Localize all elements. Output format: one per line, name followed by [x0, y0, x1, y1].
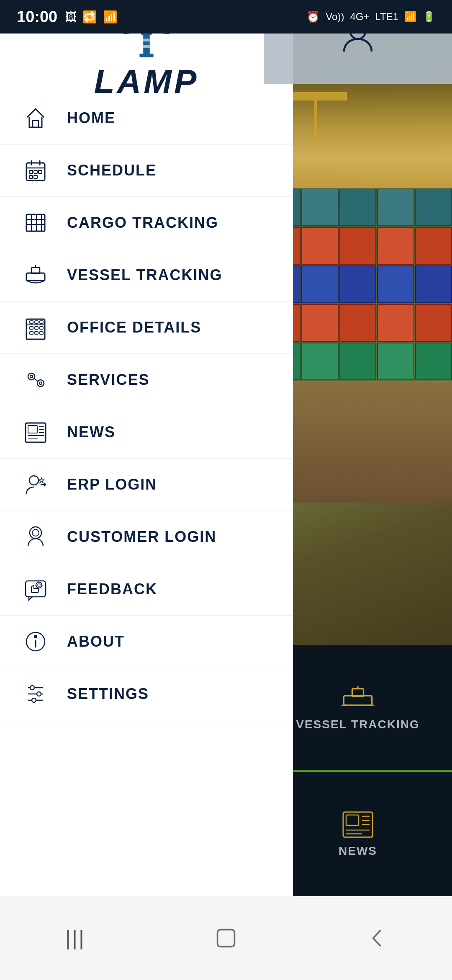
settings-icon	[21, 679, 50, 709]
sidebar-item-erp-login[interactable]: ERP LOGIN	[0, 459, 293, 511]
wifi-icon: 📶	[103, 10, 118, 24]
svg-rect-33	[34, 175, 37, 178]
cargo-tracking-label: CARGO TRACKING	[67, 214, 218, 232]
vessel-tracking-label: VESSEL TRACKING	[296, 718, 420, 731]
sidebar-item-customer-login[interactable]: CUSTOMER LOGIN	[0, 511, 293, 563]
svg-rect-60	[28, 426, 37, 433]
lte-text: LTE1	[375, 11, 398, 23]
status-bar-left: 10:00 🖼 🔁 📶	[17, 8, 118, 26]
sidebar-item-feedback[interactable]: FEEDBACK	[0, 563, 293, 616]
navigation-drawer: LAMP HOME	[0, 0, 293, 980]
svg-rect-6	[346, 815, 359, 825]
status-bar-right: ⏰ Vo)) 4G+ LTE1 📶 🔋	[306, 10, 435, 23]
home-label: HOME	[67, 109, 116, 127]
network-text: 4G+	[350, 11, 369, 23]
customer-login-label: CUSTOMER LOGIN	[67, 528, 216, 546]
feedback-icon	[21, 575, 50, 604]
home-nav-icon	[213, 926, 239, 951]
back-icon	[364, 926, 389, 951]
about-icon	[21, 627, 50, 656]
svg-rect-52	[35, 332, 38, 334]
svg-rect-46	[35, 321, 38, 323]
news-icon	[21, 418, 50, 447]
sidebar-item-settings[interactable]: SETTINGS	[0, 668, 293, 720]
battery-icon: 🔋	[423, 11, 435, 23]
nav-menu-button[interactable]: |||	[50, 921, 100, 955]
svg-point-79	[34, 635, 37, 638]
svg-rect-31	[39, 170, 42, 173]
home-icon	[21, 103, 50, 133]
svg-rect-21	[143, 45, 150, 48]
services-label: SERVICES	[67, 371, 149, 389]
svg-rect-45	[30, 321, 33, 323]
svg-point-68	[32, 529, 39, 536]
menu-icon: |||	[65, 926, 85, 950]
svg-rect-51	[30, 332, 33, 334]
svg-rect-20	[143, 39, 150, 41]
news-label: NEWS	[339, 844, 377, 858]
sidebar-item-home[interactable]: HOME	[0, 92, 293, 144]
svg-point-55	[30, 375, 33, 378]
news-card-icon	[339, 810, 377, 839]
nav-list: HOME SCHEDULE	[0, 92, 293, 980]
svg-rect-32	[29, 175, 33, 178]
customer-icon	[21, 522, 50, 552]
sync-icon: 🔁	[82, 10, 97, 24]
svg-rect-24	[33, 121, 39, 127]
erp-icon	[21, 470, 50, 499]
vessel-tracking-label: VESSEL TRACKING	[67, 266, 222, 284]
services-icon	[21, 365, 50, 395]
svg-rect-49	[35, 327, 38, 329]
gallery-icon: 🖼	[65, 10, 77, 24]
office-details-label: OFFICE DETAILS	[67, 319, 201, 336]
svg-point-84	[37, 692, 41, 696]
sidebar-item-schedule[interactable]: SCHEDULE	[0, 144, 293, 197]
svg-rect-50	[40, 327, 43, 329]
vessel-icon	[21, 260, 50, 290]
sidebar-item-vessel-tracking[interactable]: VESSEL TRACKING	[0, 249, 293, 302]
sidebar-item-news[interactable]: NEWS	[0, 406, 293, 459]
office-icon	[21, 313, 50, 342]
settings-label: SETTINGS	[67, 685, 149, 703]
news-label: NEWS	[67, 423, 116, 441]
status-left-icons: 🖼 🔁 📶	[65, 10, 118, 24]
sidebar-item-about[interactable]: ABOUT	[0, 616, 293, 668]
sidebar-item-office-details[interactable]: OFFICE DETAILS	[0, 302, 293, 354]
svg-rect-47	[40, 321, 43, 323]
nav-home-button[interactable]	[201, 921, 251, 955]
erp-login-label: ERP LOGIN	[67, 476, 157, 493]
svg-rect-1	[344, 696, 372, 705]
svg-rect-53	[40, 332, 43, 334]
cargo-icon	[21, 208, 50, 237]
svg-point-57	[39, 382, 42, 384]
sidebar-item-cargo-tracking[interactable]: CARGO TRACKING	[0, 197, 293, 249]
svg-line-58	[34, 378, 38, 382]
schedule-icon	[21, 156, 50, 185]
alarm-icon: ⏰	[306, 10, 320, 23]
svg-rect-29	[29, 170, 33, 173]
svg-rect-19	[139, 53, 153, 57]
signal-text: Vo))	[326, 11, 344, 23]
nav-back-button[interactable]	[352, 921, 402, 955]
sidebar-item-services[interactable]: SERVICES	[0, 354, 293, 406]
svg-point-83	[30, 686, 34, 690]
bottom-nav: |||	[0, 896, 452, 980]
svg-rect-40	[26, 273, 45, 281]
schedule-label: SCHEDULE	[67, 162, 157, 179]
svg-point-56	[37, 380, 44, 387]
status-bar: 10:00 🖼 🔁 📶 ⏰ Vo)) 4G+ LTE1 📶 🔋	[0, 0, 452, 34]
svg-point-67	[30, 527, 41, 539]
svg-point-85	[32, 698, 36, 702]
vessel-card-icon	[339, 683, 377, 713]
svg-rect-30	[34, 170, 37, 173]
svg-rect-34	[26, 214, 45, 231]
status-time: 10:00	[17, 8, 57, 26]
logo-container: LAMP	[88, 25, 205, 101]
svg-rect-12	[143, 34, 150, 55]
svg-rect-48	[30, 327, 33, 329]
signal-icon: 📶	[404, 11, 417, 23]
svg-point-54	[28, 373, 35, 380]
svg-rect-86	[218, 930, 235, 947]
about-label: ABOUT	[67, 633, 125, 650]
svg-point-71	[36, 582, 42, 588]
